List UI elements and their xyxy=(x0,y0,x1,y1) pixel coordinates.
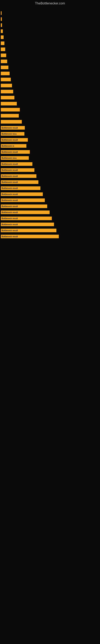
bar-label: Bottleneck result xyxy=(1,199,18,202)
list-item xyxy=(0,22,100,28)
list-item: Bottleneck result xyxy=(0,185,100,191)
list-item: Bottleneck result xyxy=(0,125,100,131)
list-item xyxy=(0,40,100,46)
list-item xyxy=(0,58,100,64)
bar-label: Bottleneck result xyxy=(1,169,18,171)
bar-label: Bottleneck resu xyxy=(1,133,17,135)
list-item: Bottleneck result xyxy=(0,203,100,209)
list-item xyxy=(0,76,100,82)
list-item xyxy=(0,46,100,52)
site-title: TheBottlenecker.com xyxy=(0,0,100,6)
bar-label: Bottleneck result xyxy=(1,151,18,153)
list-item xyxy=(0,70,100,76)
chart-area: Bottleneck resultBottleneck resuBottlene… xyxy=(0,6,100,644)
list-item: Bottleneck resu xyxy=(0,155,100,161)
list-item xyxy=(0,107,100,113)
list-item xyxy=(0,82,100,88)
list-item: Bottleneck result xyxy=(0,173,100,179)
bar-label: Bottleneck result xyxy=(1,193,18,196)
list-item: Bottleneck result xyxy=(0,215,100,222)
bar-label: Bottleneck result xyxy=(1,224,18,226)
list-item xyxy=(0,88,100,94)
list-item: Bottleneck result xyxy=(0,149,100,155)
bar-label: Bottleneck result xyxy=(1,163,18,165)
bar-label: Bottleneck result xyxy=(1,139,18,141)
list-item xyxy=(0,94,100,100)
list-item xyxy=(0,16,100,22)
bar-label: Bottleneck result xyxy=(1,230,18,232)
bar-label: Bottleneck re xyxy=(1,145,14,147)
list-item xyxy=(0,100,100,107)
list-item: Bottleneck result xyxy=(0,161,100,167)
list-item xyxy=(0,113,100,119)
list-item: Bottleneck result xyxy=(0,234,100,240)
list-item: Bottleneck result xyxy=(0,167,100,173)
list-item xyxy=(0,28,100,34)
list-item: Bottleneck result xyxy=(0,197,100,203)
list-item: Bottleneck result xyxy=(0,179,100,185)
bar-label: Bottleneck result xyxy=(1,181,18,183)
list-item xyxy=(0,10,100,16)
bar-label: Bottleneck result xyxy=(1,187,18,190)
list-item xyxy=(0,52,100,58)
list-item xyxy=(0,34,100,40)
list-item: Bottleneck result xyxy=(0,228,100,234)
bar-label: Bottleneck result xyxy=(1,217,18,220)
list-item: Bottleneck resu xyxy=(0,131,100,137)
bar-label: Bottleneck result xyxy=(1,127,18,129)
bar-label: Bottleneck resu xyxy=(1,157,17,159)
list-item: Bottleneck result xyxy=(0,137,100,143)
list-item: Bottleneck re xyxy=(0,143,100,149)
list-item xyxy=(0,119,100,125)
bar-label: Bottleneck result xyxy=(1,236,18,238)
bar-label: Bottleneck result xyxy=(1,175,18,177)
list-item: Bottleneck result xyxy=(0,191,100,197)
bar-label: Bottleneck result xyxy=(1,205,18,208)
list-item: Bottleneck result xyxy=(0,222,100,228)
bar-label: Bottleneck result xyxy=(1,211,18,214)
list-item: Bottleneck result xyxy=(0,209,100,215)
list-item xyxy=(0,64,100,70)
